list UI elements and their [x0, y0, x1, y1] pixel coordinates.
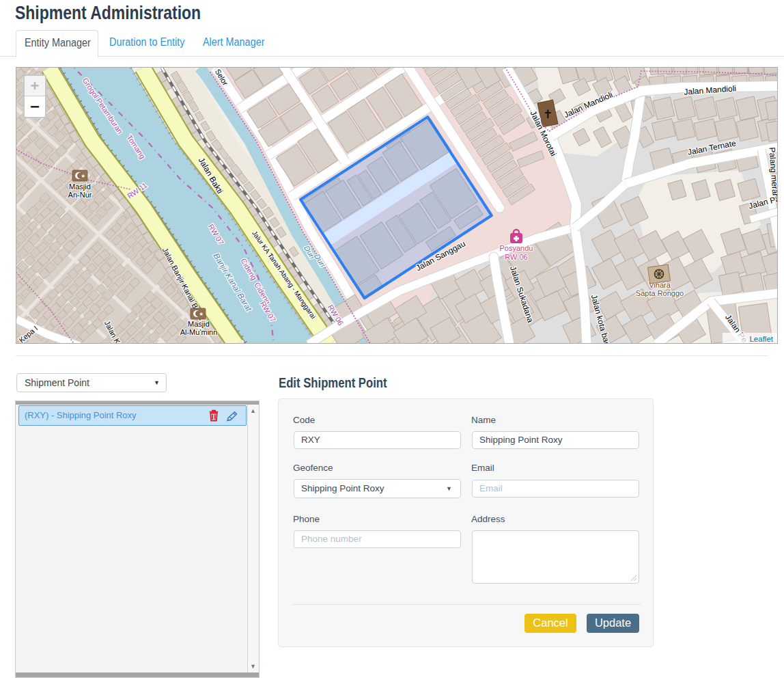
svg-text:RW 06: RW 06: [505, 253, 527, 261]
svg-text:Masjid: Masjid: [188, 320, 210, 328]
svg-text:✝: ✝: [543, 108, 552, 121]
svg-text:Al-Mu'minn: Al-Mu'minn: [180, 328, 218, 336]
svg-text:★: ★: [81, 173, 85, 179]
svg-text:★: ★: [199, 311, 204, 317]
svg-text:An-Nur: An-Nur: [68, 191, 92, 199]
svg-text:Leaflet: Leaflet: [749, 335, 773, 343]
svg-text:Posyandu: Posyandu: [500, 244, 533, 252]
svg-text:Masjid: Masjid: [69, 182, 91, 191]
svg-text:Sapta Ronggo: Sapta Ronggo: [636, 289, 684, 297]
